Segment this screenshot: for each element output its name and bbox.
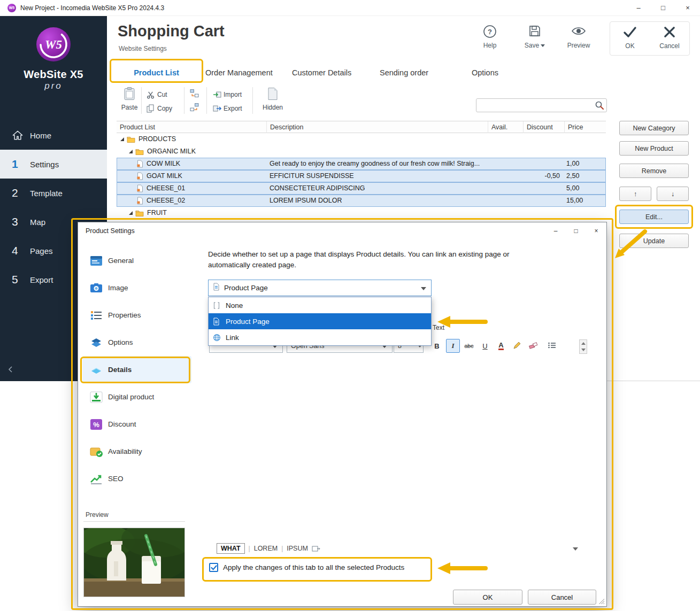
update-button[interactable]: Update (619, 234, 689, 248)
import-button[interactable]: Import (213, 89, 242, 100)
product-row[interactable]: GOAT MILKEFFICITUR SUSPENDISSE-0,502,50 (117, 170, 606, 182)
product-row[interactable]: COW MILKGet ready to enjoy the creamy go… (117, 158, 606, 170)
product-icon (137, 184, 143, 192)
dropdown-option-product-page[interactable]: Product Page (209, 313, 431, 329)
dialog-nav-properties[interactable]: Properties (82, 301, 191, 329)
dialog-nav-details[interactable]: Details (82, 356, 191, 383)
column-header-discount[interactable]: Discount (523, 121, 564, 133)
dialog-nav-options[interactable]: Options (82, 329, 191, 356)
dropdown-option-none[interactable]: None (209, 297, 431, 313)
dialog-nav-label: Discount (108, 420, 136, 428)
save-icon (520, 25, 550, 40)
paste-icon (118, 87, 141, 102)
column-header-description[interactable]: Description (266, 121, 488, 133)
dialog-maximize-button[interactable]: □ (566, 223, 586, 239)
move-up-button[interactable]: ↑ (619, 187, 651, 201)
search-input[interactable] (476, 99, 593, 111)
column-header-price[interactable]: Price (564, 121, 606, 133)
window-title: New Project - Incomedia WebSite X5 Pro 2… (20, 4, 164, 12)
cancel-button[interactable]: Cancel (653, 25, 686, 50)
dialog-ok-button[interactable]: OK (453, 590, 522, 605)
bullet-list-button[interactable] (545, 339, 559, 353)
editor-tab-what[interactable]: WHAT (217, 543, 245, 554)
highlight-button[interactable] (510, 339, 524, 353)
edit-button[interactable]: Edit... (619, 210, 689, 224)
paste-button[interactable]: Paste (118, 87, 141, 111)
help-button[interactable]: ? Help (475, 25, 505, 49)
step-number: 2 (12, 187, 30, 199)
dialog-nav-seo[interactable]: SEO (82, 465, 191, 492)
dialog-nav-image[interactable]: Image (82, 274, 191, 301)
expand-triangle-icon[interactable] (128, 211, 135, 215)
move-level-down-button[interactable] (188, 102, 200, 114)
search-icon[interactable] (593, 100, 606, 110)
resize-grip[interactable] (598, 598, 604, 604)
move-level-up-button[interactable] (188, 88, 200, 100)
category-row[interactable]: ORGANIC MILK (117, 145, 606, 158)
tab-customer-details[interactable]: Customer Details (292, 63, 351, 83)
collapse-sidebar-button[interactable] (7, 364, 18, 375)
apply-all-row: Apply the changes of this tab to all the… (209, 563, 404, 572)
bold-button[interactable]: B (430, 339, 444, 353)
dialog-minimize-button[interactable]: – (545, 223, 566, 239)
x-icon (653, 25, 686, 40)
category-row[interactable]: PRODUCTS (117, 133, 606, 145)
dialog-nav-availability[interactable]: Availability (82, 438, 191, 465)
options-icon (90, 337, 108, 349)
product-page-combobox[interactable]: Product Page (208, 280, 432, 296)
preview-button[interactable]: Preview (564, 25, 594, 49)
text-section-label: Text (433, 324, 444, 331)
editor-tab-ipsum[interactable]: IPSUM (287, 545, 308, 552)
cell-discount (523, 158, 564, 170)
apply-all-checkbox[interactable] (209, 563, 218, 572)
hidden-button[interactable]: Hidden (261, 87, 284, 111)
dialog-close-button[interactable]: × (586, 223, 606, 239)
ok-button[interactable]: OK (614, 25, 646, 50)
dialog-nav-discount[interactable]: %Discount (82, 411, 191, 438)
underline-button[interactable]: U (478, 339, 492, 353)
sidebar-item-settings[interactable]: 1Settings (0, 150, 107, 179)
category-row[interactable]: FRUIT (117, 207, 606, 219)
product-row[interactable]: CHEESE_01CONSECTETEUR ADIPISCING5,00 (117, 182, 606, 195)
font-color-button[interactable]: A (494, 339, 508, 353)
strikethrough-button[interactable]: abc (462, 339, 476, 353)
tab-order-management[interactable]: Order Management (205, 63, 273, 83)
remove-button[interactable]: Remove (619, 164, 689, 178)
tab-product-list[interactable]: Product List (110, 63, 203, 83)
general-icon (90, 255, 108, 267)
new-product-button[interactable]: New Product (619, 141, 689, 156)
dialog-nav-digital-product[interactable]: Digital product (82, 383, 191, 411)
product-row[interactable]: CHEESE_02LOREM IPSUM DOLOR15,00 (117, 195, 606, 207)
sidebar-item-home[interactable]: Home (0, 121, 107, 150)
close-button[interactable]: × (675, 0, 700, 16)
sidebar-item-template[interactable]: 2Template (0, 179, 107, 207)
tab-sending-order[interactable]: Sending order (380, 63, 428, 83)
column-header-avail[interactable]: Avail. (488, 121, 523, 133)
titlebar: W5 New Project - Incomedia WebSite X5 Pr… (0, 0, 700, 16)
dialog-nav-general[interactable]: General (82, 247, 191, 274)
dialog-nav: GeneralImagePropertiesOptionsDetailsDigi… (82, 247, 191, 492)
move-down-button[interactable]: ↓ (657, 187, 689, 201)
add-language-icon[interactable] (312, 545, 320, 552)
editor-tab-lorem[interactable]: LOREM (254, 545, 278, 552)
expand-triangle-icon[interactable] (120, 137, 127, 142)
minimize-button[interactable]: – (626, 0, 651, 16)
export-button[interactable]: Export (213, 103, 242, 114)
column-header-product-list[interactable]: Product List (117, 121, 266, 133)
new-category-button[interactable]: New Category (619, 121, 689, 135)
expand-triangle-icon[interactable] (128, 149, 135, 154)
dropdown-option-label: None (226, 301, 243, 310)
save-button[interactable]: Save (520, 25, 550, 49)
cut-button[interactable]: Cut (147, 89, 167, 100)
dropdown-option-link[interactable]: Link (209, 329, 431, 345)
tab-list-chevron-icon[interactable] (573, 547, 578, 551)
dialog-cancel-button[interactable]: Cancel (528, 590, 596, 605)
page-subtitle: Website Settings (119, 45, 167, 52)
italic-button[interactable]: I (446, 339, 460, 353)
tab-options[interactable]: Options (472, 63, 498, 83)
maximize-button[interactable]: □ (651, 0, 675, 16)
editor-scrollbar[interactable] (579, 339, 587, 354)
copy-button[interactable]: Copy (147, 103, 172, 114)
clear-format-button[interactable] (526, 339, 540, 353)
product-settings-dialog: Product Settings – □ × GeneralImagePrope… (78, 222, 607, 607)
